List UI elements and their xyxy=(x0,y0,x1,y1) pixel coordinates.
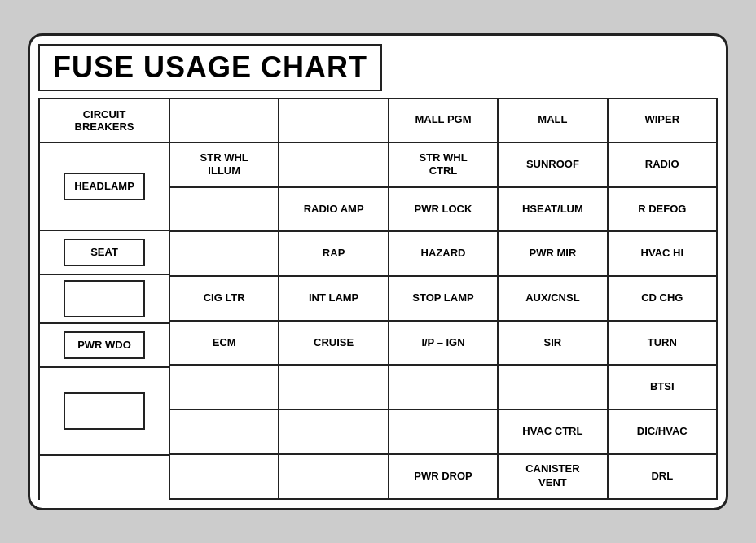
headlamp-box: HEADLAMP xyxy=(64,173,145,200)
r1c2 xyxy=(279,99,389,144)
r8c3 xyxy=(389,410,499,455)
r3c1 xyxy=(170,188,279,233)
r2c3: STR WHLCTRL xyxy=(389,143,499,188)
headlamp-row: HEADLAMP xyxy=(40,143,169,231)
r7c1 xyxy=(170,366,279,410)
r4c3: HAZARD xyxy=(389,232,499,277)
circuit-breakers-label: CIRCUITBREAKERS xyxy=(75,108,134,133)
r5c1: CIG LTR xyxy=(170,277,279,322)
r9c4: CANISTERVENT xyxy=(499,455,608,500)
r3c3: PWR LOCK xyxy=(389,188,499,233)
r8c4: HVAC CTRL xyxy=(499,410,608,455)
r6c1: ECM xyxy=(170,322,279,366)
r3c2: RADIO AMP xyxy=(279,188,389,233)
r3c4: HSEAT/LUM xyxy=(499,188,608,233)
r6c3: I/P – IGN xyxy=(389,322,499,366)
r5c4: AUX/CNSL xyxy=(499,277,608,322)
r5c2: INT LAMP xyxy=(279,277,389,322)
r2c1: STR WHLILLUM xyxy=(170,143,279,188)
r9c1 xyxy=(170,455,279,500)
r2c2 xyxy=(279,143,389,188)
r4c2: RAP xyxy=(279,232,389,277)
empty-box-row-1 xyxy=(40,275,169,324)
empty-box-row-2 xyxy=(40,368,169,456)
empty-box-2 xyxy=(64,392,145,430)
last-left-row xyxy=(40,456,169,500)
chart-container: FUSE USAGE CHART CIRCUITBREAKERS HEADLAM… xyxy=(28,33,728,510)
r2c4: SUNROOF xyxy=(499,143,608,188)
r9c3: PWR DROP xyxy=(389,455,499,500)
empty-box-1 xyxy=(64,280,145,317)
r6c5: TURN xyxy=(609,322,718,366)
left-header: CIRCUITBREAKERS xyxy=(40,99,169,143)
r8c1 xyxy=(170,410,279,455)
seat-box: SEAT xyxy=(64,239,145,266)
r6c4: SIR xyxy=(499,322,608,366)
r9c5: DRL xyxy=(609,455,718,500)
chart-title: FUSE USAGE CHART xyxy=(38,44,382,91)
r1c3: MALL PGM xyxy=(389,99,499,144)
pwr-wdo-row: PWR WDO xyxy=(40,324,169,368)
r1c4: MALL xyxy=(499,99,608,144)
r5c5: CD CHG xyxy=(609,277,718,322)
r7c2 xyxy=(279,366,389,410)
pwr-wdo-box: PWR WDO xyxy=(64,331,145,359)
seat-row: SEAT xyxy=(40,231,169,275)
r1c1 xyxy=(170,99,279,144)
r6c2: CRUISE xyxy=(279,322,389,366)
r4c1 xyxy=(170,232,279,277)
r1c5: WIPER xyxy=(609,99,718,144)
r8c5: DIC/HVAC xyxy=(609,410,718,455)
r4c4: PWR MIR xyxy=(499,232,608,277)
r2c5: RADIO xyxy=(609,143,718,188)
r8c2 xyxy=(279,410,389,455)
r7c5: BTSI xyxy=(609,366,718,410)
r9c2 xyxy=(279,455,389,500)
r7c3 xyxy=(389,366,499,410)
r5c3: STOP LAMP xyxy=(389,277,499,322)
r4c5: HVAC HI xyxy=(609,232,718,277)
r3c5: R DEFOG xyxy=(609,188,718,233)
r7c4 xyxy=(499,366,608,410)
